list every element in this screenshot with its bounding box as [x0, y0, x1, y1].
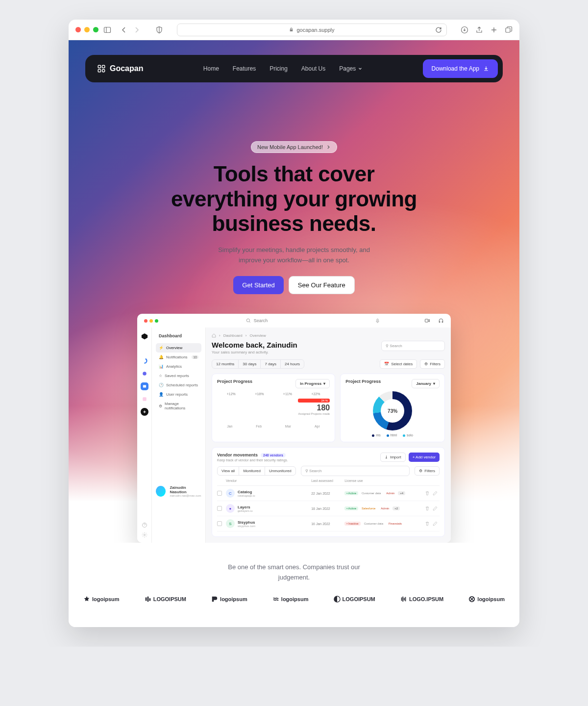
sidebar-item-manage[interactable]: ⚙Manage notifications: [156, 399, 201, 413]
download-icon[interactable]: [461, 26, 468, 34]
tabs-icon[interactable]: [505, 26, 513, 34]
share-icon[interactable]: [475, 26, 483, 34]
shield-icon[interactable]: [155, 26, 163, 34]
main-search[interactable]: ⚲ Search: [381, 341, 445, 351]
svg-point-18: [144, 534, 145, 536]
progress-bar-card: Project Progress In Progress ▾ +12% +18%…: [212, 374, 335, 442]
period-12m[interactable]: 12 months: [212, 360, 239, 368]
month-dropdown[interactable]: January ▾: [412, 379, 440, 388]
trust-section: Be one of the smart ones. Companies trus…: [69, 543, 519, 627]
nav-link-about[interactable]: About Us: [301, 65, 325, 72]
help-icon[interactable]: [142, 522, 147, 528]
sidebar-toggle-icon[interactable]: [103, 26, 111, 34]
svg-rect-5: [98, 65, 100, 68]
rail-app-icon[interactable]: [141, 382, 148, 390]
status-dropdown[interactable]: In Progress ▾: [295, 379, 330, 388]
svg-rect-26: [405, 597, 406, 602]
nav-link-home[interactable]: Home: [203, 65, 219, 72]
back-icon[interactable]: [120, 26, 128, 34]
edit-icon[interactable]: [433, 506, 438, 511]
rail-app-icon[interactable]: [141, 370, 148, 378]
rail-app-icon[interactable]: [141, 357, 148, 365]
vendor-search[interactable]: ⚲ Search: [301, 466, 410, 476]
period-24h[interactable]: 24 hours: [281, 360, 304, 368]
hero-title: Tools that cover everything your growing…: [85, 162, 503, 236]
preview-traffic-lights: [144, 319, 158, 323]
delete-icon[interactable]: [425, 521, 430, 526]
sidebar-item-users[interactable]: 👤User reports: [156, 390, 201, 399]
sidebar-item-overview[interactable]: ⚡Overview: [156, 343, 201, 353]
nav-link-pricing[interactable]: Pricing: [270, 65, 288, 72]
sidebar-item-notifications[interactable]: 🔔Notifications10: [156, 353, 201, 362]
rail-app-icon[interactable]: [141, 395, 148, 403]
svg-rect-15: [143, 385, 146, 388]
headphones-icon[interactable]: [438, 318, 444, 324]
nav-link-features[interactable]: Features: [233, 65, 256, 72]
row-checkbox[interactable]: [217, 506, 222, 511]
see-feature-button[interactable]: See Our Feature: [289, 276, 355, 294]
rail-logo-icon[interactable]: [141, 332, 148, 340]
svg-rect-4: [506, 28, 510, 32]
refresh-icon[interactable]: [435, 26, 442, 34]
forward-icon[interactable]: [133, 26, 141, 34]
rail-add-icon[interactable]: [141, 408, 148, 416]
settings-icon[interactable]: [142, 532, 147, 538]
delete-icon[interactable]: [425, 506, 430, 511]
preview-sidebar: Dashboard ⚡Overview 🔔Notifications10 📊An…: [152, 328, 206, 543]
brand[interactable]: Gocapan: [97, 64, 143, 73]
video-icon[interactable]: [424, 318, 430, 324]
client-logo: LOGOIPSUM: [145, 596, 186, 603]
table-row[interactable]: ● Layersgetlayers.io 18 Jan 2022 • Activ…: [217, 501, 440, 516]
sidebar-item-saved[interactable]: ☆Saved reports: [156, 371, 201, 380]
edit-icon[interactable]: [433, 521, 438, 526]
row-checkbox[interactable]: [217, 491, 222, 496]
table-row[interactable]: S Sisyphussisyphus.com 16 Jan 2022 • Ina…: [217, 516, 440, 531]
preview-top-search[interactable]: Search: [163, 318, 350, 323]
svg-rect-10: [377, 319, 378, 321]
new-tab-icon[interactable]: [490, 26, 498, 34]
tab-view-all[interactable]: View all: [218, 467, 239, 475]
sidebar-item-analytics[interactable]: 📊Analytics: [156, 362, 201, 371]
client-logo: logoipsum: [272, 596, 309, 603]
period-7d[interactable]: 7 days: [261, 360, 281, 368]
select-dates-button[interactable]: 📅 Select dates: [380, 359, 417, 369]
import-button[interactable]: ⤓ Import: [380, 453, 406, 462]
home-icon[interactable]: [212, 333, 216, 338]
browser-chrome: gocapan.supply: [69, 20, 519, 40]
minimize-window-button[interactable]: [84, 27, 90, 32]
address-bar[interactable]: gocapan.supply: [177, 24, 447, 36]
svg-rect-25: [404, 598, 405, 600]
brand-name: Gocapan: [110, 64, 143, 73]
add-vendor-button[interactable]: + Add vendor: [409, 453, 440, 462]
svg-rect-21: [149, 598, 150, 601]
user-email: zainudin.nas@mac.com: [170, 494, 201, 497]
tab-monitored[interactable]: Monitored: [239, 467, 265, 475]
nav-link-pages[interactable]: Pages: [339, 65, 363, 72]
svg-rect-6: [102, 65, 105, 68]
announcement-badge[interactable]: New Mobile App Launched!: [251, 141, 337, 153]
browser-window: gocapan.supply Gocapan Home Features Pri…: [69, 20, 519, 627]
period-30d[interactable]: 30 days: [239, 360, 261, 368]
user-avatar[interactable]: [156, 486, 166, 497]
get-started-button[interactable]: Get Started: [233, 276, 283, 294]
filters-button[interactable]: ⚙ Filters: [420, 359, 445, 369]
close-window-button[interactable]: [75, 27, 81, 32]
tab-unmonitored[interactable]: Unmonitored: [265, 467, 295, 475]
vendor-count-pill: 240 vendors: [261, 453, 286, 457]
vendor-filters-button[interactable]: ⚙ Filters: [415, 466, 440, 476]
svg-rect-11: [425, 319, 428, 322]
client-logo: LOGO.IPSUM: [400, 596, 443, 603]
chevron-right-icon: [326, 145, 331, 150]
row-checkbox[interactable]: [217, 521, 222, 526]
url-text: gocapan.supply: [296, 27, 334, 33]
sidebar-item-scheduled[interactable]: 🕐Scheduled reports: [156, 380, 201, 390]
lock-icon: [289, 27, 294, 32]
svg-rect-23: [401, 597, 402, 601]
mic-icon[interactable]: [375, 318, 380, 324]
delete-icon[interactable]: [425, 491, 430, 496]
preview-rail: [137, 328, 152, 543]
maximize-window-button[interactable]: [93, 27, 98, 32]
table-row[interactable]: C Catalogcatalogapp.io 22 Jan 2022 • Act…: [217, 486, 440, 501]
download-app-button[interactable]: Download the App: [423, 59, 498, 78]
edit-icon[interactable]: [433, 491, 438, 496]
